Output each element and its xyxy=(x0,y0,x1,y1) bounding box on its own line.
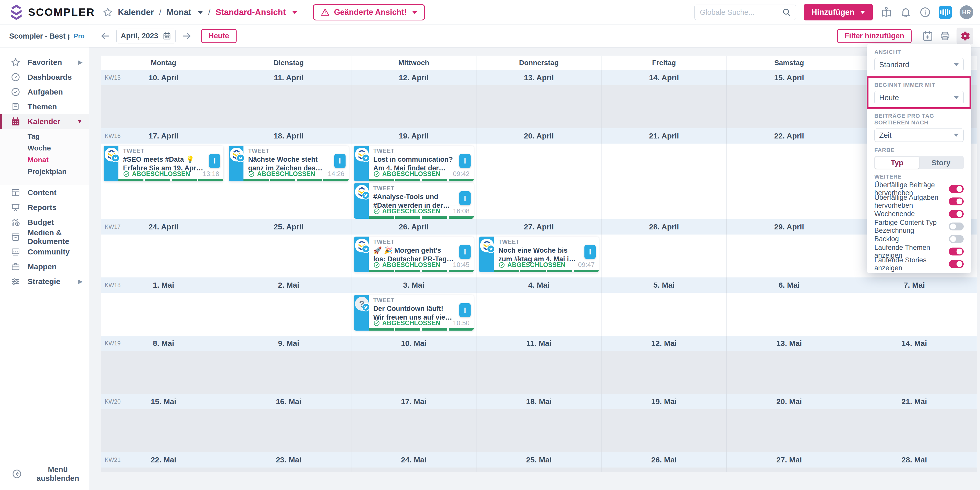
hide-menu-button[interactable]: Menü ausblenden xyxy=(10,465,89,483)
sidebar-item-favoriten[interactable]: Favoriten▶ xyxy=(0,55,89,70)
day-cell[interactable]: TWEETNächste Woche steht ganz im Zeichen… xyxy=(226,144,351,220)
day-cell[interactable] xyxy=(727,85,852,128)
date-cell[interactable]: 14. Mai xyxy=(852,336,977,351)
day-cell[interactable] xyxy=(226,351,351,394)
day-cell[interactable] xyxy=(476,351,601,394)
date-cell[interactable]: 17. Mai xyxy=(352,394,476,409)
day-cell[interactable] xyxy=(852,351,977,394)
day-cell[interactable] xyxy=(601,351,727,394)
card-assignee-badge[interactable]: I xyxy=(460,245,471,259)
sidebar-subitem-woche[interactable]: Woche xyxy=(0,142,89,154)
date-cell[interactable]: 18. April xyxy=(226,128,351,144)
month-picker[interactable]: April, 2023 xyxy=(116,29,176,43)
color-mode-option-typ[interactable]: Typ xyxy=(875,157,919,169)
breadcrumb-item-view[interactable]: Standard-Ansicht xyxy=(216,7,286,17)
date-cell[interactable]: 28. April xyxy=(601,219,727,235)
date-cell[interactable]: 25. Mai xyxy=(476,452,601,468)
date-cell[interactable]: 27. April xyxy=(476,219,601,235)
date-cell[interactable]: 19. Mai xyxy=(601,394,727,409)
tweet-card[interactable]: TWEET#Analyse-Tools und #Daten werden in… xyxy=(354,183,474,219)
sort-select[interactable]: Zeit xyxy=(874,129,964,142)
day-cell[interactable] xyxy=(226,293,351,336)
sidebar-item-medien-dokumente[interactable]: Medien & Dokumente xyxy=(0,230,89,244)
date-cell[interactable]: 26. Mai xyxy=(601,452,727,468)
date-cell[interactable]: 27. Mai xyxy=(727,452,852,468)
day-cell[interactable] xyxy=(101,351,226,394)
card-assignee-badge[interactable]: I xyxy=(209,154,220,168)
intercom-messenger-button[interactable] xyxy=(939,6,952,19)
search-input[interactable] xyxy=(699,8,780,17)
workspace-switcher[interactable]: Scompler - Best practi... Pro xyxy=(0,24,89,48)
toggle-switch[interactable] xyxy=(949,185,964,193)
view-select[interactable]: Standard xyxy=(874,58,964,71)
chevron-down-icon[interactable] xyxy=(292,11,298,14)
card-assignee-badge[interactable]: I xyxy=(584,245,596,259)
date-cell[interactable]: 9. Mai xyxy=(226,336,351,351)
date-cell[interactable]: 12. April xyxy=(352,70,476,85)
day-cell[interactable] xyxy=(476,409,601,452)
sidebar-item-budget[interactable]: Budget xyxy=(0,215,89,230)
day-cell[interactable] xyxy=(476,85,601,128)
subscribe-calendar-button[interactable] xyxy=(922,30,934,42)
date-cell[interactable]: 28. Mai xyxy=(852,452,977,468)
date-cell[interactable]: 5. Mai xyxy=(601,278,727,293)
date-cell[interactable]: 15. April xyxy=(727,70,852,85)
day-cell[interactable] xyxy=(601,409,727,452)
day-cell[interactable] xyxy=(476,293,601,336)
date-cell[interactable]: 29. April xyxy=(727,219,852,235)
breadcrumb-item-kalender[interactable]: Kalender xyxy=(118,7,154,17)
notifications-button[interactable] xyxy=(900,6,912,18)
day-cell[interactable] xyxy=(101,409,226,452)
date-cell[interactable]: 7. Mai xyxy=(852,278,977,293)
day-cell[interactable] xyxy=(601,293,727,336)
toggle-switch[interactable] xyxy=(949,222,964,230)
day-cell[interactable] xyxy=(727,235,852,278)
calendar-settings-button[interactable] xyxy=(956,27,974,45)
sidebar-subitem-tag[interactable]: Tag xyxy=(0,131,89,142)
toggle-switch[interactable] xyxy=(949,247,964,255)
sidebar-item-themen[interactable]: Themen xyxy=(0,99,89,114)
card-assignee-badge[interactable]: I xyxy=(334,154,345,168)
day-cell[interactable] xyxy=(601,235,727,278)
info-button[interactable] xyxy=(919,6,931,18)
date-cell[interactable]: 11. Mai xyxy=(476,336,601,351)
sidebar-item-kalender[interactable]: Kalender▼ xyxy=(0,114,89,129)
tweet-card[interactable]: TWEETLost in communication? Am 4. Mai fi… xyxy=(354,145,474,181)
tweet-card[interactable]: ?TWEETDer Countdown läuft! Wir freuen un… xyxy=(354,295,474,330)
toggle-switch[interactable] xyxy=(949,260,964,268)
tweet-card[interactable]: TWEET#SEO meets #Data 💡 Erfahre Sie am 1… xyxy=(103,145,223,181)
knowledge-base-button[interactable] xyxy=(880,6,892,18)
today-button[interactable]: Heute xyxy=(201,29,237,43)
day-cell[interactable]: TWEET#SEO meets #Data 💡 Erfahre Sie am 1… xyxy=(101,144,226,220)
previous-month-button[interactable] xyxy=(100,31,111,41)
toggle-switch[interactable] xyxy=(949,235,964,243)
day-cell[interactable] xyxy=(226,235,351,278)
date-cell[interactable]: 24. Mai xyxy=(352,452,476,468)
day-cell[interactable] xyxy=(727,293,852,336)
tweet-card[interactable]: TWEETNächste Woche steht ganz im Zeichen… xyxy=(229,145,348,181)
user-avatar[interactable]: HR xyxy=(959,5,974,19)
sidebar-item-content[interactable]: Content xyxy=(0,185,89,200)
sidebar-subitem-projektplan[interactable]: Projektplan xyxy=(0,166,89,177)
sidebar-item-dashboards[interactable]: Dashboards xyxy=(0,70,89,85)
day-cell[interactable] xyxy=(852,409,977,452)
day-cell[interactable] xyxy=(476,144,601,220)
day-cell[interactable] xyxy=(476,468,601,472)
breadcrumb-item-monat[interactable]: Monat xyxy=(166,7,191,17)
day-cell[interactable] xyxy=(727,351,852,394)
app-logo[interactable]: SCOMPLER xyxy=(0,0,89,24)
date-cell[interactable]: 10. Mai xyxy=(352,336,476,351)
date-cell[interactable]: 3. Mai xyxy=(352,278,476,293)
search-icon[interactable] xyxy=(782,8,791,17)
sidebar-item-strategie[interactable]: Strategie▶ xyxy=(0,274,89,289)
sidebar-item-community[interactable]: Community xyxy=(0,244,89,259)
date-cell[interactable]: 22. April xyxy=(727,128,852,144)
date-cell[interactable]: 16. Mai xyxy=(226,394,351,409)
next-month-button[interactable] xyxy=(181,31,192,41)
day-cell[interactable] xyxy=(226,468,351,472)
day-cell[interactable]: ?TWEETDer Countdown läuft! Wir freuen un… xyxy=(352,293,476,336)
sidebar-item-aufgaben[interactable]: Aufgaben xyxy=(0,85,89,99)
favorite-star-icon[interactable] xyxy=(103,7,113,18)
day-cell[interactable] xyxy=(226,409,351,452)
day-cell[interactable] xyxy=(352,351,476,394)
